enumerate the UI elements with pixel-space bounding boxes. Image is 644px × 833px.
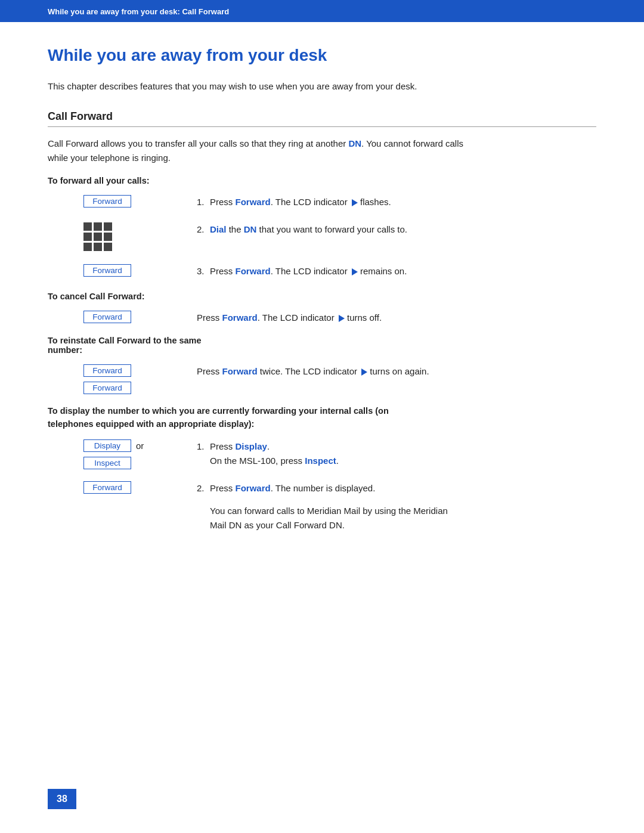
forward-label-2: Forward xyxy=(236,266,271,276)
cancel-text: Press Forward. The LCD indicator turns o… xyxy=(197,312,382,323)
section-heading: Call Forward xyxy=(48,110,596,127)
arrow-icon-2 xyxy=(352,268,358,275)
display-step-2-text: Press Forward. The number is displayed. xyxy=(210,481,375,496)
display-step-2-item: 2. Press Forward. The number is displaye… xyxy=(197,481,596,496)
step-1-row: Forward 1. Press Forward. The LCD indica… xyxy=(48,195,596,212)
reinstate-text-col: Press Forward twice. The LCD indicator t… xyxy=(179,364,596,379)
reinstate-button-col: Forward Forward xyxy=(48,364,179,394)
display-label: Display xyxy=(236,441,267,451)
step-3-num: 3. xyxy=(197,264,210,278)
inspect-label: Inspect xyxy=(305,456,336,466)
arrow-icon-reinstate xyxy=(361,368,367,376)
forward-button-display[interactable]: Forward xyxy=(83,481,131,494)
sub-heading-2: To cancel Call Forward: xyxy=(48,292,596,301)
intro-paragraph: This chapter describes features that you… xyxy=(48,79,465,94)
step-1-text: Press Forward. The LCD indicator flashes… xyxy=(210,195,391,209)
step-2-text: Dial the DN that you want to forward you… xyxy=(210,222,407,237)
keypad-dot xyxy=(83,222,92,231)
page-title: While you are away from your desk xyxy=(48,46,596,65)
step-1-text-col: 1. Press Forward. The LCD indicator flas… xyxy=(179,195,596,212)
display-step-1-text: Press Display. On the MSL-100, press Ins… xyxy=(210,439,339,468)
display-step-1-num: 1. xyxy=(197,439,210,468)
inspect-button[interactable]: Inspect xyxy=(83,457,131,469)
reinstate-row: Forward Forward Press Forward twice. The… xyxy=(48,364,596,394)
display-step-2-button-col: Forward xyxy=(48,481,179,494)
or-text: or xyxy=(136,441,144,451)
display-or-inspect-row: Display or xyxy=(83,439,144,452)
step-3-row: Forward 3. Press Forward. The LCD indica… xyxy=(48,264,596,281)
step-3-button-col: Forward xyxy=(48,264,179,277)
display-step-2-row: Forward 2. Press Forward. The number is … xyxy=(48,481,596,532)
forward-button-reinstate-2[interactable]: Forward xyxy=(83,382,131,394)
step-1-item: 1. Press Forward. The LCD indicator flas… xyxy=(197,195,596,209)
step-2-num: 2. xyxy=(197,222,210,237)
display-button[interactable]: Display xyxy=(83,439,131,452)
cancel-button-col: Forward xyxy=(48,311,179,323)
keypad-dot xyxy=(94,243,102,251)
forward-label-1: Forward xyxy=(236,197,271,207)
page-number-box: 38 xyxy=(48,789,76,809)
keypad-dot xyxy=(104,222,112,231)
display-step-1-text-col: 1. Press Display. On the MSL-100, press … xyxy=(179,439,596,470)
keypad-dot xyxy=(83,233,92,241)
cancel-text-col: Press Forward. The LCD indicator turns o… xyxy=(179,311,596,325)
meridian-note: You can forward calls to Meridian Mail b… xyxy=(210,504,460,532)
sub-heading-3: To reinstate Call Forward to the same nu… xyxy=(48,336,596,355)
step-1-num: 1. xyxy=(197,195,210,209)
keypad-icon xyxy=(83,222,114,253)
step-2-button-col xyxy=(48,222,179,253)
forward-label-reinstate: Forward xyxy=(222,366,258,376)
keypad-dot xyxy=(94,233,102,241)
forward-label-cancel: Forward xyxy=(222,312,258,323)
step-2-text-col: 2. Dial the DN that you want to forward … xyxy=(179,222,596,239)
step-2-row: 2. Dial the DN that you want to forward … xyxy=(48,222,596,253)
dial-label: Dial xyxy=(210,224,227,234)
header-bar-text: While you are away from your desk: Call … xyxy=(48,7,229,16)
step-1-button-col: Forward xyxy=(48,195,179,208)
keypad-dot xyxy=(94,222,102,231)
display-step-2-text-col: 2. Press Forward. The number is displaye… xyxy=(179,481,596,532)
step-3-item: 3. Press Forward. The LCD indicator rema… xyxy=(197,264,596,278)
sub-heading-4: To display the number to which you are c… xyxy=(48,405,429,431)
arrow-icon-1 xyxy=(352,199,358,206)
header-bar: While you are away from your desk: Call … xyxy=(0,0,644,22)
dn-label: DN xyxy=(244,224,257,234)
forward-label-display: Forward xyxy=(236,483,271,493)
display-step-2-num: 2. xyxy=(197,481,210,496)
step-3-text: Press Forward. The LCD indicator remains… xyxy=(210,264,407,278)
page-number: 38 xyxy=(57,794,67,804)
keypad-dot xyxy=(104,243,112,251)
step-2-item: 2. Dial the DN that you want to forward … xyxy=(197,222,596,237)
page-container: While you are away from your desk: Call … xyxy=(0,0,644,833)
forward-button-2[interactable]: Forward xyxy=(83,264,131,277)
keypad-dot xyxy=(83,243,92,251)
arrow-icon-cancel xyxy=(339,315,345,322)
step-3-text-col: 3. Press Forward. The LCD indicator rema… xyxy=(179,264,596,281)
section-desc: Call Forward allows you to transfer all … xyxy=(48,137,465,165)
display-button-col: Display or Inspect xyxy=(48,439,179,469)
display-inspect-col: Display xyxy=(83,439,131,452)
reinstate-text: Press Forward twice. The LCD indicator t… xyxy=(197,366,429,376)
display-step-1-item: 1. Press Display. On the MSL-100, press … xyxy=(197,439,596,468)
cancel-row: Forward Press Forward. The LCD indicator… xyxy=(48,311,596,325)
keypad-dot xyxy=(104,233,112,241)
content-area: While you are away from your desk This c… xyxy=(0,22,644,591)
forward-button-reinstate-1[interactable]: Forward xyxy=(83,364,131,377)
dn-highlight: DN xyxy=(348,138,361,148)
sub-heading-3-line1: To reinstate Call Forward to the same xyxy=(48,336,202,345)
sub-heading-1: To forward all your calls: xyxy=(48,176,596,185)
forward-button-cancel[interactable]: Forward xyxy=(83,311,131,323)
sub-heading-3-line2: number: xyxy=(48,345,82,355)
forward-button-1[interactable]: Forward xyxy=(83,195,131,208)
display-step-1-row: Display or Inspect 1. Press Display. On … xyxy=(48,439,596,470)
